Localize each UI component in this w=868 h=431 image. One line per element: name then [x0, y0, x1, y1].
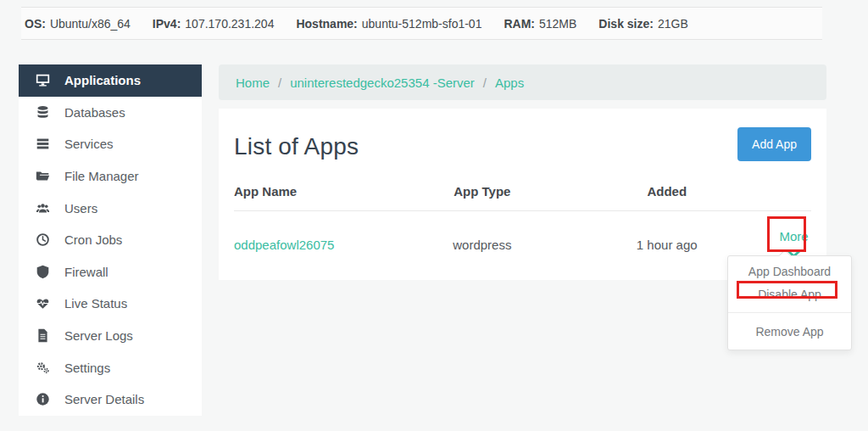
sidebar-item-label: Applications	[64, 73, 141, 87]
shield-icon	[35, 264, 50, 279]
disk-label: Disk size:	[598, 17, 654, 31]
table-row: oddpeafowl26075 wordpress 1 hour ago Mor…	[234, 211, 811, 260]
breadcrumb-apps-link[interactable]: Apps	[495, 76, 524, 90]
sidebar-item-databases[interactable]: Databases	[19, 97, 202, 129]
os-label: OS:	[25, 17, 46, 31]
more-dropdown-menu: App Dashboard Disable App Remove App	[727, 255, 852, 350]
hostname-label: Hostname:	[296, 17, 357, 31]
panel-header: List of Apps Add App	[234, 109, 811, 161]
breadcrumb-separator: /	[278, 76, 281, 90]
sidebar-item-firewall[interactable]: Firewall	[19, 256, 202, 288]
column-header-app-name: App Name	[234, 184, 407, 199]
ram-label: RAM:	[504, 17, 535, 31]
sidebar-item-label: Settings	[64, 361, 110, 375]
sidebar-item-cron-jobs[interactable]: Cron Jobs	[19, 224, 202, 256]
os-info: OS:Ubuntu/x86_64	[25, 17, 131, 31]
sidebar-item-server-details[interactable]: Server Details	[19, 383, 202, 416]
sidebar-item-label: Server Details	[64, 392, 144, 406]
sidebar-item-file-manager[interactable]: File Manager	[19, 160, 202, 193]
sidebar-item-label: Users	[64, 201, 97, 216]
ipv4-info: IPv4:107.170.231.204	[153, 17, 275, 31]
breadcrumb-home-link[interactable]: Home	[236, 76, 270, 90]
app-type-cell: wordpress	[407, 238, 557, 252]
menu-divider	[728, 312, 851, 313]
add-app-button[interactable]: Add App	[737, 127, 811, 161]
os-value: Ubuntu/x86_64	[50, 17, 131, 31]
disk-value: 21GB	[658, 17, 688, 31]
more-label: More	[779, 229, 808, 243]
breadcrumb: Home / uninterestedgecko25354 -Server / …	[219, 64, 826, 100]
page-title: List of Apps	[234, 127, 359, 160]
ipv4-label: IPv4:	[153, 17, 181, 31]
ipv4-value: 107.170.231.204	[185, 17, 274, 31]
sidebar-item-label: Services	[64, 137, 114, 151]
server-info-bar: OS:Ubuntu/x86_64 IPv4:107.170.231.204 Ho…	[21, 7, 822, 40]
sidebar-item-label: Firewall	[64, 265, 108, 279]
breadcrumb-separator: /	[483, 76, 487, 90]
table-header-row: App Name App Type Added	[234, 176, 811, 211]
sidebar-item-services[interactable]: Services	[19, 128, 202, 160]
menu-item-disable-app[interactable]: Disable App	[728, 283, 851, 306]
app-name-link[interactable]: oddpeafowl26075	[234, 238, 334, 252]
hostname-value: ubuntu-512mb-sfo1-01	[362, 17, 482, 31]
sidebar-item-server-logs[interactable]: Server Logs	[19, 320, 202, 352]
services-icon	[35, 137, 50, 152]
breadcrumb-server-link[interactable]: uninterestedgecko25354 -Server	[290, 76, 475, 90]
sidebar-item-label: File Manager	[64, 169, 139, 183]
database-icon	[35, 104, 50, 120]
column-header-added: Added	[557, 184, 776, 199]
users-icon	[35, 200, 50, 216]
disk-info: Disk size:21GB	[598, 17, 687, 31]
clock-icon	[35, 232, 50, 248]
menu-item-app-dashboard[interactable]: App Dashboard	[728, 260, 851, 283]
heartbeat-icon	[35, 296, 50, 311]
sidebar-item-users[interactable]: Users	[19, 192, 202, 224]
sidebar-item-live-status[interactable]: Live Status	[19, 288, 202, 320]
ram-value: 512MB	[539, 17, 576, 31]
ram-info: RAM:512MB	[504, 17, 576, 31]
file-text-icon	[35, 328, 50, 344]
sidebar-item-settings[interactable]: Settings	[19, 351, 202, 383]
apps-table: App Name App Type Added oddpeafowl26075 …	[234, 176, 811, 260]
column-header-app-type: App Type	[407, 184, 557, 199]
cogs-icon	[35, 360, 50, 375]
info-circle-icon	[35, 392, 50, 407]
sidebar-item-applications[interactable]: Applications	[19, 64, 202, 97]
sidebar-item-label: Server Logs	[64, 328, 133, 343]
desktop-icon	[35, 73, 50, 88]
added-cell: 1 hour ago	[557, 238, 776, 252]
sidebar: Applications Databases Services File Man…	[19, 64, 202, 416]
sidebar-item-label: Cron Jobs	[64, 232, 122, 247]
menu-item-remove-app[interactable]: Remove App	[728, 321, 851, 344]
hostname-info: Hostname:ubuntu-512mb-sfo1-01	[296, 17, 481, 31]
apps-panel: List of Apps Add App App Name App Type A…	[219, 109, 826, 280]
folder-open-icon	[35, 169, 50, 184]
sidebar-item-label: Live Status	[64, 296, 127, 311]
sidebar-item-label: Databases	[64, 105, 125, 120]
